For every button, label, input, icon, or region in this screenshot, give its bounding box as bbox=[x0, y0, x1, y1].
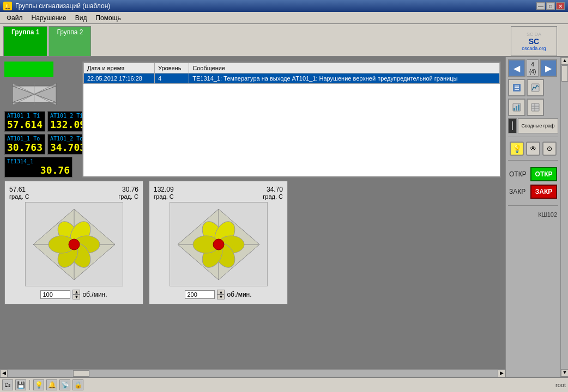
chart-icon bbox=[530, 83, 540, 93]
minimize-button[interactable]: — bbox=[536, 2, 545, 10]
divider-1 bbox=[508, 137, 558, 137]
viz1-rpm-spinner: ▲ ▼ bbox=[72, 290, 80, 299]
main-window: 🔔 Группы сигнализаций (шаблон) — □ ✕ Фай… bbox=[0, 0, 568, 392]
tools-row2 bbox=[506, 99, 560, 116]
viz1-rpm-input[interactable] bbox=[40, 290, 70, 299]
light-eye-button[interactable]: 👁 bbox=[526, 142, 540, 156]
ti-row: AT101_1 Ti 57.614 AT101_2 Ti 132.095 bbox=[4, 111, 78, 132]
titlebar: 🔔 Группы сигнализаций (шаблон) — □ ✕ bbox=[0, 0, 568, 12]
nav-prev-button[interactable]: ◀ bbox=[508, 59, 525, 77]
viz1-bottom: ▲ ▼ об./мин. bbox=[40, 290, 107, 299]
alarm-level: 4 bbox=[155, 74, 189, 84]
col-datetime: Дата и время bbox=[84, 63, 155, 74]
menu-view[interactable]: Вид bbox=[71, 13, 92, 23]
status-bulb-icon[interactable]: 💡 bbox=[33, 379, 44, 390]
viz1-top-right-val: 30.76 bbox=[118, 186, 138, 193]
at101-2-to-label: AT101_2 To bbox=[50, 136, 86, 142]
status-user: root bbox=[555, 382, 566, 388]
horizontal-scrollbar: ◀ ▶ bbox=[0, 369, 505, 377]
viz1-top-left-unit: град. С bbox=[9, 193, 29, 200]
viz1-top-labels: 57.61 град. С 30.76 град. С bbox=[9, 186, 138, 200]
viz2-top-right: 34.70 град. С bbox=[263, 186, 283, 200]
status-signal-icon[interactable]: 📡 bbox=[59, 379, 70, 390]
viz2-flower-svg bbox=[172, 204, 265, 285]
viz-section: 57.61 град. С 30.76 град. С bbox=[4, 181, 501, 304]
viz1-top-right-unit: град. С bbox=[118, 193, 138, 200]
viz2-rpm-label: об./мин. bbox=[227, 291, 251, 298]
at101-1-ti-label: AT101_1 Ti bbox=[7, 113, 43, 119]
nav-next-button[interactable]: ▶ bbox=[540, 59, 557, 77]
summary-chart-button[interactable]: Сводные граф bbox=[518, 118, 558, 133]
maximize-button[interactable]: □ bbox=[546, 2, 555, 10]
divider-2 bbox=[508, 160, 558, 161]
tab-group2[interactable]: Группа 2 bbox=[49, 26, 91, 56]
svg-point-26 bbox=[213, 239, 224, 250]
left-content: AT101_1 Ti 57.614 AT101_2 Ti 132.095 bbox=[0, 57, 505, 377]
alarm-message: TE1314_1: Температура на выходе AT101_1:… bbox=[189, 74, 500, 84]
tab-group1[interactable]: Группа 1 bbox=[3, 26, 47, 56]
butterfly-icon bbox=[4, 79, 64, 109]
open-active-button[interactable]: ОТКР bbox=[530, 167, 557, 181]
alarm-table: Дата и время Уровень Сообщение 22.05.201… bbox=[83, 63, 500, 84]
viz2-bottom: ▲ ▼ об./мин. bbox=[185, 290, 251, 299]
scroll-down-button[interactable]: ▼ bbox=[561, 369, 568, 377]
viz1-rpm-up[interactable]: ▲ bbox=[72, 290, 80, 295]
right-panel: ▲ ▼ ◀ 4(4) ▶ bbox=[505, 57, 568, 377]
window-controls: — □ ✕ bbox=[536, 2, 565, 10]
status-lock-icon[interactable]: 🔒 bbox=[72, 379, 83, 390]
close-active-button[interactable]: ЗАКР bbox=[530, 185, 557, 199]
viz1-top-left: 57.61 град. С bbox=[9, 186, 29, 200]
at101-1-ti-box: AT101_1 Ti 57.614 bbox=[4, 111, 45, 132]
scroll-right-button[interactable]: ▶ bbox=[498, 370, 505, 377]
tool-settings-button[interactable] bbox=[508, 79, 525, 96]
menu-file[interactable]: Файл bbox=[2, 13, 27, 23]
status-green-box bbox=[4, 62, 53, 77]
tool-chart-button[interactable] bbox=[527, 79, 544, 96]
viz2-rpm-down[interactable]: ▼ bbox=[217, 295, 225, 299]
status-folder-icon[interactable]: 🗂 bbox=[2, 379, 13, 390]
close-button[interactable]: ✕ bbox=[556, 2, 565, 10]
light-circle-button[interactable]: ⊙ bbox=[542, 142, 557, 156]
tabsbar: Группа 1 Группа 2 SC DA SC oscada.org bbox=[0, 24, 568, 57]
te1314-1-value: 30.76 bbox=[7, 164, 70, 176]
at101-1-to-label: AT101_1 To bbox=[7, 136, 43, 142]
tool-table-button[interactable] bbox=[527, 99, 544, 116]
menu-violation[interactable]: Нарушение bbox=[27, 13, 71, 23]
divider-3 bbox=[508, 205, 558, 206]
menu-help[interactable]: Помощь bbox=[91, 13, 125, 23]
viz1-flower-svg bbox=[28, 204, 120, 285]
close-row: ЗАКР ЗАКР bbox=[509, 185, 557, 199]
scroll-up-button[interactable]: ▲ bbox=[561, 57, 568, 65]
col-level: Уровень bbox=[155, 63, 189, 74]
viz1-top-left-val: 57.61 bbox=[9, 186, 29, 193]
scroll-h-track bbox=[8, 370, 498, 377]
open-row: ОТКР ОТКР bbox=[509, 167, 557, 181]
menubar: Файл Нарушение Вид Помощь bbox=[0, 12, 568, 24]
content-wrapper: AT101_1 Ti 57.614 AT101_2 Ti 132.095 bbox=[0, 57, 568, 377]
controls-section: ОТКР ОТКР ЗАКР ЗАКР bbox=[506, 164, 560, 202]
lights-row: 💡 👁 ⊙ bbox=[506, 140, 560, 157]
status-bell-icon[interactable]: 🔔 bbox=[46, 379, 57, 390]
summary-icon bbox=[508, 118, 517, 133]
bars-icon bbox=[512, 102, 522, 112]
at101-1-to-box: AT101_1 To 30.763 bbox=[4, 134, 45, 155]
table-row[interactable]: 22.05.2012 17:16:28 4 TE1314_1: Температ… bbox=[84, 74, 500, 84]
oscada-url: oscada.org bbox=[522, 46, 546, 51]
viz2-rpm-up[interactable]: ▲ bbox=[217, 290, 225, 295]
viz2-flower-container bbox=[170, 202, 268, 286]
viz2-rpm-input[interactable] bbox=[185, 290, 215, 299]
right-scrollbar: ▲ ▼ bbox=[560, 57, 568, 377]
status-save-icon[interactable]: 💾 bbox=[15, 379, 26, 390]
light-bulb-button[interactable]: 💡 bbox=[510, 142, 524, 156]
table-icon bbox=[530, 102, 540, 112]
tool-bars-button[interactable] bbox=[508, 99, 525, 116]
statusbar: 🗂 💾 💡 🔔 📡 🔒 root bbox=[0, 377, 568, 392]
window-title: Группы сигнализаций (шаблон) bbox=[15, 2, 536, 10]
alarm-table-container: Дата и время Уровень Сообщение 22.05.201… bbox=[82, 62, 501, 177]
viz-card-1: 57.61 град. С 30.76 град. С bbox=[4, 181, 143, 304]
viz2-top-left-unit: град. С bbox=[154, 193, 174, 200]
scroll-left-button[interactable]: ◀ bbox=[0, 370, 8, 377]
scroll-track bbox=[561, 65, 568, 369]
viz1-rpm-down[interactable]: ▼ bbox=[72, 295, 80, 299]
nav-count-badge: 4(4) bbox=[527, 59, 539, 77]
